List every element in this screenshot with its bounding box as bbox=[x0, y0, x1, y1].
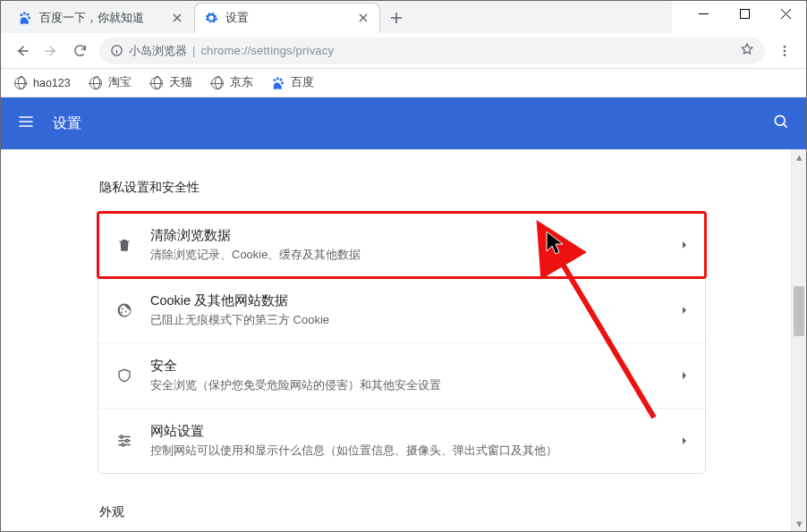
window-close-button[interactable] bbox=[765, 1, 806, 26]
tab-title: 百度一下，你就知道 bbox=[39, 11, 170, 26]
bookmark-baidu[interactable]: 百度 bbox=[264, 72, 321, 94]
toolbar: 小岛浏览器 | chrome://settings/privacy bbox=[1, 33, 806, 69]
svg-point-3 bbox=[28, 17, 30, 20]
svg-rect-4 bbox=[740, 9, 749, 18]
row-title: 网站设置 bbox=[150, 423, 680, 440]
window-maximize-button[interactable] bbox=[724, 1, 765, 26]
svg-point-12 bbox=[281, 81, 284, 84]
chevron-right-icon bbox=[680, 304, 689, 317]
close-tab-icon[interactable] bbox=[356, 11, 370, 25]
svg-point-9 bbox=[273, 79, 276, 81]
scroll-thumb[interactable] bbox=[794, 286, 804, 336]
svg-point-1 bbox=[23, 13, 26, 15]
svg-point-7 bbox=[784, 49, 786, 52]
svg-point-16 bbox=[125, 311, 127, 313]
svg-point-10 bbox=[276, 77, 279, 80]
bookmark-hao123[interactable]: hao123 bbox=[6, 72, 78, 94]
shield-icon bbox=[115, 367, 134, 384]
svg-point-2 bbox=[27, 13, 30, 16]
svg-point-14 bbox=[122, 308, 123, 310]
nav-forward-button[interactable] bbox=[37, 37, 65, 65]
row-title: Cookie 及其他网站数据 bbox=[150, 292, 680, 309]
svg-point-8 bbox=[784, 54, 786, 56]
tune-icon bbox=[115, 433, 134, 449]
row-desc: 控制网站可以使用和显示什么信息（如位置信息、摄像头、弹出式窗口及其他） bbox=[150, 443, 680, 459]
bookmark-tmall[interactable]: 天猫 bbox=[142, 72, 200, 94]
svg-point-19 bbox=[122, 443, 124, 446]
svg-point-18 bbox=[126, 440, 129, 443]
svg-point-0 bbox=[21, 13, 23, 16]
address-bar[interactable]: 小岛浏览器 | chrome://settings/privacy bbox=[99, 38, 765, 64]
globe-icon bbox=[210, 76, 225, 90]
gear-favicon-icon bbox=[204, 11, 218, 25]
scroll-down-icon[interactable]: ▾ bbox=[792, 516, 806, 531]
row-desc: 安全浏览（保护您免受危险网站的侵害）和其他安全设置 bbox=[150, 377, 680, 393]
row-clear-browsing-data[interactable]: 清除浏览数据 清除浏览记录、Cookie、缓存及其他数据 bbox=[98, 213, 705, 277]
bookmark-label: 淘宝 bbox=[108, 75, 132, 90]
scroll-up-icon[interactable]: ▴ bbox=[792, 149, 806, 165]
svg-point-11 bbox=[279, 78, 282, 80]
tab-baidu[interactable]: 百度一下，你就知道 bbox=[8, 3, 194, 33]
svg-point-17 bbox=[121, 435, 123, 438]
nav-reload-button[interactable] bbox=[65, 37, 94, 65]
bookmarks-bar: hao123 淘宝 天猫 京东 百度 bbox=[1, 69, 806, 97]
row-title: 安全 bbox=[150, 358, 680, 375]
settings-content: 隐私设置和安全性 清除浏览数据 清除浏览记录、Cookie、缓存及其他数据 bbox=[98, 149, 706, 520]
chevron-right-icon bbox=[680, 239, 689, 252]
row-cookies[interactable]: Cookie 及其他网站数据 已阻止无痕模式下的第三方 Cookie bbox=[98, 277, 705, 342]
bookmark-label: 京东 bbox=[230, 75, 253, 90]
row-site-settings[interactable]: 网站设置 控制网站可以使用和显示什么信息（如位置信息、摄像头、弹出式窗口及其他） bbox=[98, 408, 705, 473]
search-icon[interactable] bbox=[772, 113, 790, 134]
globe-icon bbox=[89, 76, 103, 90]
content-scrollbar[interactable]: ▴ ▾ bbox=[791, 149, 806, 531]
svg-point-13 bbox=[775, 115, 785, 125]
row-security[interactable]: 安全 安全浏览（保护您免受危险网站的侵害）和其他安全设置 bbox=[98, 342, 705, 408]
bookmark-star-icon[interactable] bbox=[740, 42, 754, 59]
bookmark-label: hao123 bbox=[33, 77, 71, 89]
privacy-card: 清除浏览数据 清除浏览记录、Cookie、缓存及其他数据 Cookie 及其他网… bbox=[98, 212, 706, 474]
hamburger-menu-icon[interactable] bbox=[17, 113, 35, 134]
row-desc: 已阻止无痕模式下的第三方 Cookie bbox=[150, 312, 680, 328]
globe-icon bbox=[149, 76, 164, 90]
bookmark-jd[interactable]: 京东 bbox=[203, 72, 260, 94]
baidu-icon bbox=[271, 76, 285, 90]
tab-strip: 百度一下，你就知道 设置 bbox=[1, 1, 672, 33]
bookmark-label: 天猫 bbox=[169, 75, 192, 90]
settings-title: 设置 bbox=[53, 114, 81, 133]
nav-back-button[interactable] bbox=[8, 37, 37, 65]
window-minimize-button[interactable] bbox=[683, 1, 724, 26]
svg-point-15 bbox=[121, 311, 123, 313]
svg-point-6 bbox=[784, 46, 786, 48]
trash-icon bbox=[115, 237, 134, 253]
globe-icon bbox=[13, 76, 28, 90]
tab-title: 设置 bbox=[225, 11, 356, 26]
site-info-icon[interactable] bbox=[110, 44, 123, 57]
address-separator: | bbox=[192, 44, 195, 57]
close-tab-icon[interactable] bbox=[170, 11, 184, 25]
new-tab-button[interactable] bbox=[384, 5, 409, 30]
section-title-appearance: 外观 bbox=[99, 504, 706, 520]
bookmark-label: 百度 bbox=[291, 75, 314, 90]
tab-settings[interactable]: 设置 bbox=[194, 3, 380, 33]
address-path: chrome://settings/privacy bbox=[200, 44, 334, 57]
cookie-icon bbox=[115, 302, 134, 318]
bookmark-taobao[interactable]: 淘宝 bbox=[81, 72, 139, 94]
section-title-privacy: 隐私设置和安全性 bbox=[99, 180, 706, 196]
settings-header: 设置 bbox=[1, 97, 806, 149]
baidu-favicon-icon bbox=[18, 11, 32, 25]
overflow-menu-button[interactable] bbox=[770, 37, 799, 65]
address-origin: 小岛浏览器 bbox=[129, 43, 187, 59]
row-title: 清除浏览数据 bbox=[150, 227, 680, 244]
row-desc: 清除浏览记录、Cookie、缓存及其他数据 bbox=[150, 247, 680, 263]
chevron-right-icon bbox=[680, 369, 689, 383]
chevron-right-icon bbox=[680, 435, 689, 448]
